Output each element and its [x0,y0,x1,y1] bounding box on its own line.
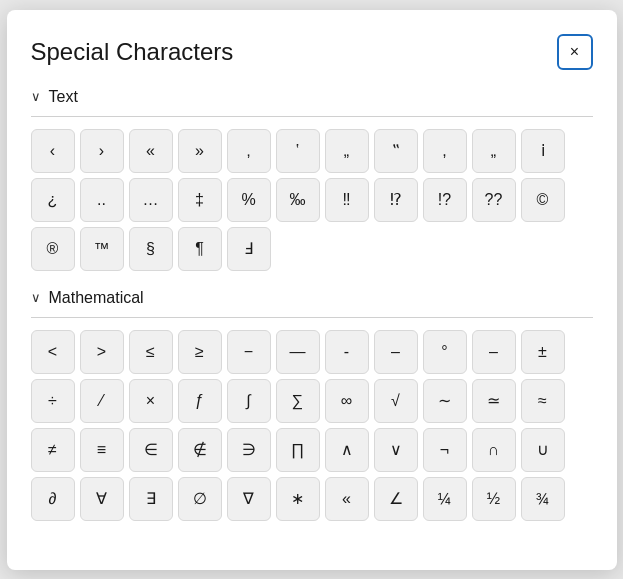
text-section-header[interactable]: ∨ Text [31,88,593,106]
char-btn[interactable]: ‼ [325,178,369,222]
char-btn[interactable]: ∃ [129,477,173,521]
char-btn[interactable]: › [80,129,124,173]
char-btn[interactable]: § [129,227,173,271]
char-btn[interactable]: ‡ [178,178,222,222]
char-btn[interactable]: ⅰ [521,129,565,173]
text-char-grid: ‹ › « » ‚ ‛ „ ‟ , „ ⅰ ¿ .. … ‡ %‌ ‰ ‼ ⁉ … [31,129,593,271]
char-btn[interactable]: ≈ [521,379,565,423]
char-btn[interactable]: ¬ [423,428,467,472]
mathematical-section-header[interactable]: ∨ Mathematical [31,289,593,307]
char-btn[interactable]: ‐ [325,330,369,374]
special-characters-dialog: Special Characters × ∨ Text ‹ › « » ‚ ‛ … [7,10,617,570]
char-btn[interactable]: « [325,477,369,521]
char-btn[interactable]: ‟ [374,129,418,173]
char-btn[interactable]: !? [423,178,467,222]
text-section-label: Text [49,88,78,106]
char-btn[interactable]: ÷ [31,379,75,423]
char-btn[interactable]: « [129,129,173,173]
char-btn[interactable]: » [178,129,222,173]
char-btn[interactable]: ⁉ [374,178,418,222]
char-btn[interactable]: ½ [472,477,516,521]
char-btn[interactable]: ‚ [227,129,271,173]
char-btn[interactable]: ¼ [423,477,467,521]
char-btn[interactable]: – [472,330,516,374]
char-btn[interactable]: ∼ [423,379,467,423]
char-btn[interactable]: , [423,129,467,173]
char-btn[interactable]: ∋ [227,428,271,472]
char-btn[interactable]: ¿ [31,178,75,222]
char-btn[interactable]: %‌ [227,178,271,222]
mathematical-section: ∨ Mathematical < > ≤ ≥ − — ‐ – ° – ± ÷ ∕… [31,289,593,521]
char-btn[interactable]: ≥ [178,330,222,374]
char-btn[interactable]: ™ [80,227,124,271]
char-btn[interactable]: — [276,330,320,374]
char-btn[interactable]: ∕ [80,379,124,423]
mathematical-chevron-icon: ∨ [31,290,41,305]
text-chevron-icon: ∨ [31,89,41,104]
mathematical-char-grid: < > ≤ ≥ − — ‐ – ° – ± ÷ ∕ × ƒ ∫ ∑ ∞ √ ∼ … [31,330,593,521]
char-btn[interactable]: ∠ [374,477,418,521]
char-btn[interactable]: ≤ [129,330,173,374]
char-btn[interactable]: ± [521,330,565,374]
char-btn[interactable]: ∩ [472,428,516,472]
char-btn[interactable]: – [374,330,418,374]
mathematical-divider [31,317,593,318]
char-btn[interactable]: Ⅎ [227,227,271,271]
char-btn[interactable]: ¶ [178,227,222,271]
char-btn[interactable]: ∏ [276,428,320,472]
char-btn[interactable]: − [227,330,271,374]
char-btn[interactable]: ∪ [521,428,565,472]
char-btn[interactable]: ® [31,227,75,271]
char-btn[interactable]: √ [374,379,418,423]
char-btn[interactable]: ∅ [178,477,222,521]
char-btn[interactable]: .. [80,178,124,222]
char-btn[interactable]: < [31,330,75,374]
char-btn[interactable]: × [129,379,173,423]
text-section: ∨ Text ‹ › « » ‚ ‛ „ ‟ , „ ⅰ ¿ .. … ‡ %‌… [31,88,593,271]
char-btn[interactable]: ° [423,330,467,374]
char-btn[interactable]: ‹ [31,129,75,173]
char-btn[interactable]: ƒ [178,379,222,423]
char-btn[interactable]: ∨ [374,428,418,472]
char-btn[interactable]: ∈ [129,428,173,472]
char-btn[interactable]: ≠ [31,428,75,472]
char-btn[interactable]: ≃ [472,379,516,423]
char-btn[interactable]: ∇ [227,477,271,521]
char-btn[interactable]: „ [472,129,516,173]
dialog-header: Special Characters × [31,34,593,70]
char-btn[interactable]: ‛ [276,129,320,173]
char-btn[interactable]: ‰ [276,178,320,222]
char-btn[interactable]: ∧ [325,428,369,472]
char-btn[interactable]: > [80,330,124,374]
char-btn[interactable]: ∗ [276,477,320,521]
dialog-title: Special Characters [31,38,234,66]
close-button[interactable]: × [557,34,593,70]
char-btn[interactable]: ∫ [227,379,271,423]
char-btn[interactable]: „ [325,129,369,173]
char-btn[interactable]: ∞ [325,379,369,423]
char-btn[interactable]: ¾ [521,477,565,521]
char-btn[interactable]: ?? [472,178,516,222]
char-btn[interactable]: © [521,178,565,222]
char-btn[interactable]: ∂ [31,477,75,521]
char-btn[interactable]: ≡ [80,428,124,472]
char-btn[interactable]: … [129,178,173,222]
mathematical-section-label: Mathematical [49,289,144,307]
char-btn[interactable]: ∑ [276,379,320,423]
text-divider [31,116,593,117]
char-btn[interactable]: ∀ [80,477,124,521]
char-btn[interactable]: ∉ [178,428,222,472]
